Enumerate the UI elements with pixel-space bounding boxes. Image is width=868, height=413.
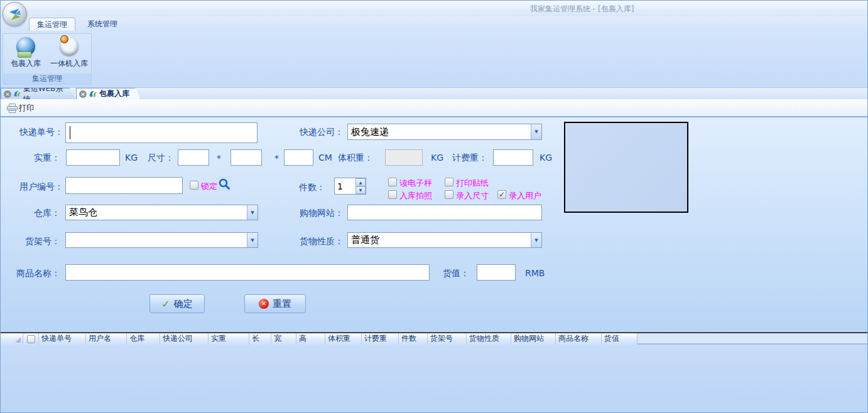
volume-weight-label: 体积重： <box>332 153 373 164</box>
cargo-type-value: 普通货 <box>348 234 531 246</box>
height-input[interactable] <box>284 149 313 166</box>
doc-tab-web-system[interactable]: × 集运WEB系统 <box>1 88 75 99</box>
text-caret <box>70 126 70 139</box>
column-header-pieces[interactable]: 件数 <box>399 333 428 345</box>
rmb-unit: RMB <box>525 268 545 278</box>
column-header-courier[interactable]: 快递公司 <box>160 333 209 345</box>
checkbox-read-scale[interactable]: ✓ <box>388 178 397 186</box>
select-all-checkbox[interactable] <box>27 335 35 343</box>
tracking-number-input[interactable] <box>65 122 258 143</box>
check-icon: ✓ <box>161 298 170 310</box>
checkbox-enter-user-label: 录入用户 <box>509 190 541 201</box>
column-header-weight[interactable]: 实重 <box>209 333 249 345</box>
print-button[interactable]: 打印 <box>4 102 36 114</box>
charge-weight-input[interactable] <box>493 149 533 166</box>
check-icon: ✓ <box>499 191 506 198</box>
column-header-cargo-type[interactable]: 货物性质 <box>467 333 511 345</box>
package-inbound-button[interactable]: 包裹入库 <box>5 35 46 73</box>
ribbon: 包裹入库 一体机入库 集运管理 <box>1 31 868 88</box>
ribbon-tab-strip: 集运管理 系统管理 <box>1 16 868 31</box>
goods-value-input[interactable] <box>477 264 516 281</box>
select-all-cell <box>23 333 39 345</box>
doc-tab-package-inbound[interactable]: × 包裹入库 <box>76 88 141 99</box>
app-window: 我家集运管理系统 - [包裹入库] 集运管理 系统管理 包裹入库 一体机入库 集… <box>0 0 868 413</box>
grid-empty-area <box>1 345 868 413</box>
chevron-down-icon[interactable]: ▼ <box>247 233 258 247</box>
column-header-warehouse[interactable]: 仓库 <box>127 333 160 345</box>
warehouse-select[interactable]: 菜鸟仓 ▼ <box>65 205 258 220</box>
chevron-down-icon[interactable]: ▼ <box>247 205 258 220</box>
cargo-type-select[interactable]: 普通货 ▼ <box>347 232 542 248</box>
shelf-number-select[interactable]: ▼ <box>65 232 258 248</box>
kg-unit: KG <box>125 153 138 163</box>
form-panel <box>1 117 868 332</box>
doc-tab-label: 包裹入库 <box>99 88 129 99</box>
window-title: 我家集运管理系统 - [包裹入库] <box>530 4 634 14</box>
checkbox-inbound-photo[interactable]: ✓ <box>388 190 397 199</box>
title-bar: 我家集运管理系统 - [包裹入库] <box>1 1 868 16</box>
user-id-label: 用户编号： <box>6 181 63 193</box>
pieces-stepper[interactable]: ▲ ▼ <box>334 178 366 195</box>
column-header-width[interactable]: 宽 <box>271 333 296 345</box>
lock-checkbox[interactable]: ✓ <box>190 181 198 190</box>
length-input[interactable] <box>178 149 209 166</box>
product-name-label: 商品名称： <box>1 268 60 279</box>
ribbon-tab-consolidation[interactable]: 集运管理 <box>29 18 75 31</box>
document-tab-strip: × 集运WEB系统 × 包裹入库 <box>1 88 868 99</box>
close-icon[interactable]: × <box>4 90 11 98</box>
aio-inbound-button[interactable]: 一体机入库 <box>47 35 91 73</box>
checkbox-print-sticker[interactable]: ✓ <box>445 178 453 186</box>
swoosh-icon <box>13 90 21 98</box>
spin-down-icon[interactable]: ▼ <box>355 186 366 195</box>
column-header-length[interactable]: 长 <box>249 333 271 345</box>
courier-company-value: 极兔速递 <box>348 126 531 138</box>
checkbox-enter-size[interactable]: ✓ <box>445 190 453 199</box>
magnifier-icon <box>218 178 231 190</box>
photo-preview-box <box>564 122 688 213</box>
print-label: 打印 <box>19 103 34 114</box>
chevron-down-icon[interactable]: ▼ <box>531 233 541 247</box>
grid-header-filler <box>637 333 868 344</box>
column-header-shop-site[interactable]: 购物网站 <box>511 333 556 345</box>
checkbox-enter-size-label: 录入尺寸 <box>456 190 489 201</box>
column-header-shelf[interactable]: 货架号 <box>428 333 467 345</box>
column-header-height[interactable]: 高 <box>296 333 325 345</box>
cancel-icon: ✕ <box>259 299 269 309</box>
tracking-number-label: 快递单号： <box>6 127 63 138</box>
column-header-tracking[interactable]: 快递单号 <box>39 333 86 345</box>
courier-company-select[interactable]: 极兔速递 ▼ <box>347 124 542 140</box>
courier-company-label: 快递公司： <box>281 127 344 138</box>
column-header-goods-value[interactable]: 货值 <box>602 333 637 345</box>
webcam-icon <box>16 37 35 56</box>
warehouse-value: 菜鸟仓 <box>66 206 247 218</box>
ribbon-group-caption: 集运管理 <box>3 73 91 84</box>
column-header-charge-weight[interactable]: 计费重 <box>362 333 399 345</box>
close-icon[interactable]: × <box>79 90 87 98</box>
chevron-down-icon[interactable]: ▼ <box>531 124 541 139</box>
column-header-volume-weight[interactable]: 体积重 <box>325 333 362 345</box>
goods-value-label: 货值： <box>439 268 469 279</box>
app-logo-button[interactable] <box>3 2 27 26</box>
pieces-input[interactable] <box>335 178 355 194</box>
charge-weight-label: 计费重： <box>447 153 487 164</box>
column-header-product[interactable]: 商品名称 <box>556 333 602 345</box>
column-header-username[interactable]: 用户名 <box>86 333 127 345</box>
ribbon-tab-system[interactable]: 系统管理 <box>80 18 125 31</box>
pieces-label: 件数： <box>298 182 325 193</box>
product-name-input[interactable] <box>65 264 430 281</box>
user-id-input[interactable] <box>65 177 183 194</box>
stepper-buttons: ▲ ▼ <box>355 178 366 194</box>
aio-inbound-label: 一体机入库 <box>50 59 88 68</box>
checkbox-enter-user[interactable]: ✓ <box>497 190 506 199</box>
search-user-button[interactable] <box>217 176 232 191</box>
actual-weight-input[interactable] <box>66 149 120 166</box>
reset-button[interactable]: ✕ 重置 <box>244 294 306 313</box>
width-input[interactable] <box>231 149 262 166</box>
size-label: 尺寸： <box>141 153 174 164</box>
spin-up-icon[interactable]: ▲ <box>355 178 366 186</box>
confirm-button[interactable]: ✓ 确定 <box>149 294 205 313</box>
shop-site-input[interactable] <box>347 205 542 220</box>
checkbox-inbound-photo-label: 入库拍照 <box>399 190 432 201</box>
shelf-number-label: 货架号： <box>7 236 60 247</box>
row-indicator-cell[interactable] <box>1 333 23 345</box>
